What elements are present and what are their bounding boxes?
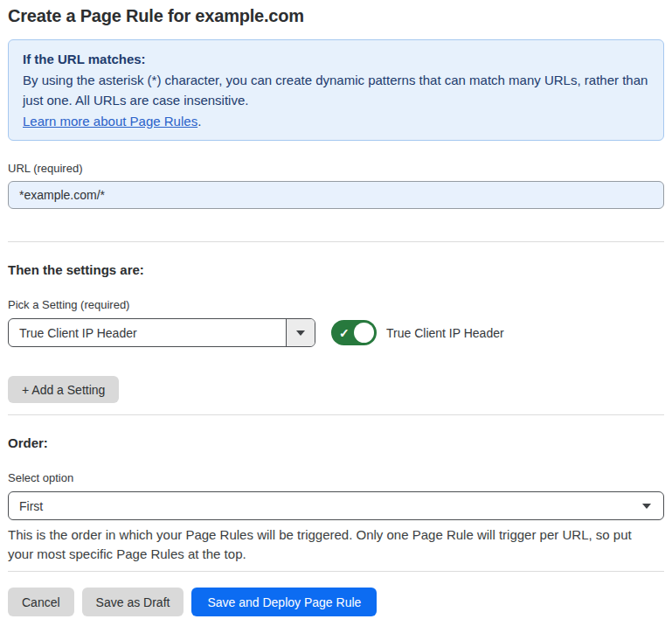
url-matches-info-box: If the URL matches: By using the asteris… xyxy=(8,39,664,141)
check-icon: ✓ xyxy=(339,327,350,339)
chevron-down-icon xyxy=(296,330,305,336)
learn-more-link[interactable]: Learn more about Page Rules xyxy=(23,114,197,129)
save-as-draft-button[interactable]: Save as Draft xyxy=(82,588,184,616)
save-and-deploy-button[interactable]: Save and Deploy Page Rule xyxy=(191,588,377,616)
form-actions: Cancel Save as Draft Save and Deploy Pag… xyxy=(8,588,664,616)
divider xyxy=(8,414,664,415)
toggle-label: True Client IP Header xyxy=(386,326,504,340)
create-page-rule-form: Create a Page Rule for example.com If th… xyxy=(0,0,672,616)
order-section-heading: Order: xyxy=(8,435,664,451)
order-select-value: First xyxy=(9,499,43,513)
chevron-down-icon xyxy=(642,504,651,509)
link-suffix: . xyxy=(197,114,201,129)
divider xyxy=(8,241,664,242)
setting-toggle[interactable]: ✓ xyxy=(331,320,377,345)
info-box-heading: If the URL matches: xyxy=(23,49,649,70)
order-select-label: Select option xyxy=(8,471,664,484)
url-label: URL (required) xyxy=(8,162,664,175)
setting-row: True Client IP Header ✓ True Client IP H… xyxy=(8,318,664,347)
add-setting-button[interactable]: + Add a Setting xyxy=(8,376,119,403)
toggle-knob xyxy=(354,323,374,343)
page-title: Create a Page Rule for example.com xyxy=(8,3,664,28)
order-select[interactable]: First xyxy=(8,491,664,520)
info-box-body: By using the asterisk (*) character, you… xyxy=(23,70,649,111)
url-input[interactable] xyxy=(8,181,664,209)
setting-select-dropdown-button[interactable] xyxy=(286,319,315,346)
pick-setting-label: Pick a Setting (required) xyxy=(8,298,664,311)
setting-select[interactable]: True Client IP Header xyxy=(8,318,315,347)
setting-select-value: True Client IP Header xyxy=(9,326,137,340)
order-help-text: This is the order in which your Page Rul… xyxy=(8,525,659,564)
divider xyxy=(8,571,664,572)
info-box-link-line: Learn more about Page Rules. xyxy=(23,111,649,132)
cancel-button[interactable]: Cancel xyxy=(8,588,74,616)
settings-section-heading: Then the settings are: xyxy=(8,261,664,278)
